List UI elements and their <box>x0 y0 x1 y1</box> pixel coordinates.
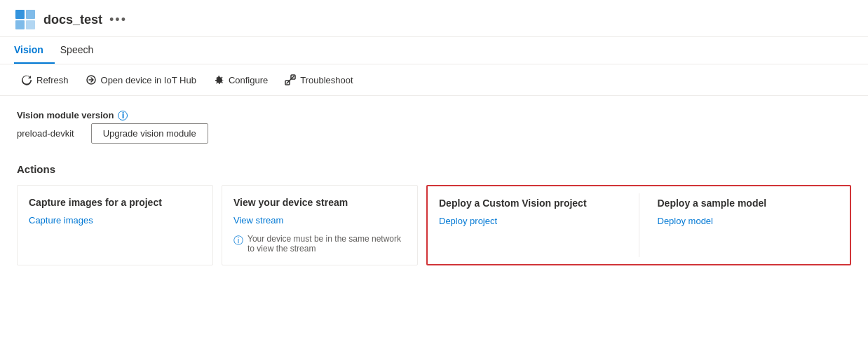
capture-images-card: Capture images for a project Capture ima… <box>17 185 213 265</box>
highlighted-cards-group: Deploy a Custom Vision project Deploy pr… <box>426 185 851 265</box>
refresh-icon <box>21 74 32 85</box>
svg-rect-3 <box>26 20 35 29</box>
open-device-icon <box>86 74 97 85</box>
upgrade-vision-button[interactable]: Upgrade vision module <box>91 123 208 144</box>
open-device-label: Open device in IoT Hub <box>101 75 196 85</box>
deploy-custom-vision-card: Deploy a Custom Vision project Deploy pr… <box>429 188 630 263</box>
view-stream-note: ⓘ Your device must be in the same networ… <box>233 234 406 254</box>
actions-title: Actions <box>17 163 851 175</box>
configure-icon <box>213 74 224 85</box>
note-info-icon: ⓘ <box>233 235 243 247</box>
svg-rect-1 <box>26 10 35 19</box>
refresh-label: Refresh <box>36 75 69 85</box>
module-value: preload-devkit <box>17 128 74 139</box>
configure-label: Configure <box>229 75 268 85</box>
module-section: Vision module version i preload-devkit U… <box>17 110 851 144</box>
actions-section: Actions Capture images for a project Cap… <box>17 163 851 265</box>
capture-images-link[interactable]: Capture images <box>29 215 201 226</box>
toolbar: Refresh Open device in IoT Hub Configure <box>0 64 868 96</box>
open-device-button[interactable]: Open device in IoT Hub <box>79 70 203 90</box>
deploy-custom-vision-title: Deploy a Custom Vision project <box>439 198 621 209</box>
app-icon <box>14 8 36 31</box>
deploy-sample-model-title: Deploy a sample model <box>658 198 839 209</box>
troubleshoot-button[interactable]: Troubleshoot <box>278 70 360 90</box>
configure-button[interactable]: Configure <box>206 70 275 90</box>
module-row: preload-devkit Upgrade vision module <box>17 123 851 144</box>
app-header: docs_test ••• <box>0 0 868 37</box>
view-stream-link[interactable]: View stream <box>233 215 406 226</box>
actions-grid: Capture images for a project Capture ima… <box>17 185 851 265</box>
cards-divider <box>639 193 639 257</box>
note-text: Your device must be in the same network … <box>247 234 406 254</box>
deploy-model-link[interactable]: Deploy model <box>658 216 839 226</box>
tab-speech[interactable]: Speech <box>60 37 104 64</box>
deploy-project-link[interactable]: Deploy project <box>439 216 621 226</box>
troubleshoot-label: Troubleshoot <box>300 75 353 85</box>
svg-rect-2 <box>15 20 25 29</box>
module-info-icon: i <box>118 111 128 120</box>
view-stream-card: View your device stream View stream ⓘ Yo… <box>222 185 418 265</box>
troubleshoot-icon <box>285 74 296 85</box>
tabs: Vision Speech <box>0 37 868 64</box>
main-content: Vision module version i preload-devkit U… <box>0 96 868 279</box>
capture-images-card-title: Capture images for a project <box>29 197 201 208</box>
app-title: docs_test <box>43 13 102 27</box>
refresh-button[interactable]: Refresh <box>14 70 76 90</box>
tab-vision[interactable]: Vision <box>14 37 55 64</box>
svg-rect-0 <box>15 10 25 19</box>
app-more-button[interactable]: ••• <box>109 13 127 27</box>
view-stream-card-title: View your device stream <box>233 197 406 208</box>
deploy-sample-model-card: Deploy a sample model Deploy model <box>648 188 849 263</box>
module-label: Vision module version i <box>17 110 851 120</box>
